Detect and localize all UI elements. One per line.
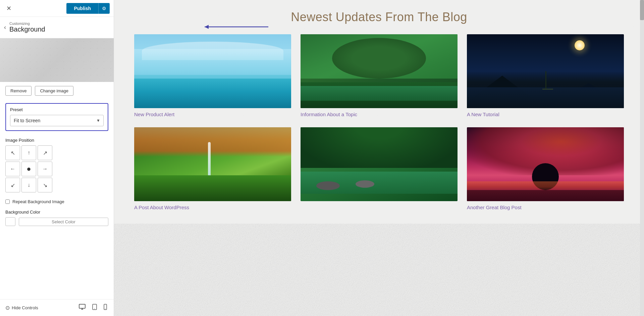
remove-button[interactable]: Remove [5,86,32,96]
card-image [134,127,291,201]
pos-bottom-center[interactable]: ↓ [21,178,36,192]
card-image [301,34,458,108]
card-image [134,34,291,108]
svg-point-6 [105,309,106,309]
preset-select-wrap: Fit to Screen Fill Screen Custom ▼ [10,115,104,126]
tablet-icon [92,304,97,310]
pos-middle-left[interactable]: ← [5,162,20,176]
scroll-thumb[interactable] [640,0,644,20]
customizing-header: ‹ Customizing Background [0,17,114,38]
back-button[interactable]: ‹ [4,24,6,31]
pos-bottom-left[interactable]: ↙ [5,178,20,192]
customizing-label: Customizing [9,21,45,26]
card-link[interactable]: New Product Alert [134,111,291,117]
blog-card [301,127,458,210]
blog-section: Newest Updates From The Blog New Produ [114,0,644,224]
panel-scroll[interactable]: Remove Change image Preset Fit to Screen… [0,38,114,316]
mobile-device-button[interactable] [102,303,108,313]
publish-group: Publish ⚙ [66,3,110,14]
card-link[interactable]: Information About a Topic [301,111,458,117]
blog-card: Another Great Blog Post [467,127,624,210]
left-panel: ✕ Publish ⚙ ‹ Customizing Background Rem… [0,0,114,316]
preset-label: Preset [10,107,104,112]
background-title: Background [9,26,45,33]
card-image [467,127,624,201]
blog-card: A New Tutorial [467,34,624,117]
device-buttons [77,303,108,313]
color-row: Select Color [5,217,108,226]
image-action-buttons: Remove Change image [0,82,114,100]
preset-box: Preset Fit to Screen Fill Screen Custom … [5,103,108,131]
customizing-info: Customizing Background [9,21,45,33]
card-image [467,34,624,108]
pos-middle-right[interactable]: → [38,162,52,176]
publish-button[interactable]: Publish [66,3,98,14]
blog-card: A Post About WordPress [134,127,291,210]
blog-title: Newest Updates From The Blog [291,10,467,24]
card-link[interactable]: Another Great Blog Post [467,205,624,210]
card-link[interactable]: A New Tutorial [467,111,624,117]
preset-select[interactable]: Fit to Screen Fill Screen Custom [10,115,104,126]
bottom-bar: ⊙ Hide Controls [0,299,114,316]
preset-section: Preset Fit to Screen Fill Screen Custom … [0,100,114,134]
blog-card: Information About a Topic [301,34,458,117]
repeat-row: Repeat Background Image [0,196,114,208]
preview-bg-image [0,38,114,82]
scroll-track[interactable] [640,0,644,316]
blog-title-row: Newest Updates From The Blog [134,10,624,24]
svg-point-4 [94,309,95,309]
top-bar: ✕ Publish ⚙ [0,0,114,17]
tablet-device-button[interactable] [91,303,98,313]
change-image-button[interactable]: Change image [35,86,73,96]
hide-controls-label: Hide Controls [12,305,38,310]
image-position-label: Image Position [5,138,108,143]
background-preview [0,38,114,82]
mobile-icon [104,304,107,310]
repeat-checkbox[interactable] [5,199,10,204]
repeat-label[interactable]: Repeat Background Image [12,199,64,204]
pos-top-left[interactable]: ↖ [5,145,20,160]
image-position-section: Image Position ↖ ↑ ↗ ← ● → ↙ ↓ ↘ [0,134,114,196]
preview-pane: Newest Updates From The Blog New Produ [114,0,644,316]
close-button[interactable]: ✕ [4,4,13,13]
select-color-button[interactable]: Select Color [19,218,108,226]
card-link[interactable]: A Post About WordPress [134,205,291,210]
color-swatch[interactable] [5,217,15,226]
pos-top-center[interactable]: ↑ [21,145,36,160]
bg-color-section: Background Color Select Color [0,208,114,228]
blog-card: New Product Alert [134,34,291,117]
pos-center[interactable]: ● [21,162,36,176]
pos-top-right[interactable]: ↗ [38,145,52,160]
hide-controls-icon: ⊙ [5,305,10,311]
position-grid: ↖ ↑ ↗ ← ● → ↙ ↓ ↘ [5,145,108,192]
desktop-icon [79,304,86,310]
svg-rect-0 [79,304,85,308]
svg-marker-8 [205,25,209,29]
card-image [301,127,458,201]
bg-color-label: Background Color [5,210,108,215]
card-grid: New Product Alert Information About a To… [134,34,624,210]
hide-controls-button[interactable]: ⊙ Hide Controls [5,305,38,311]
desktop-device-button[interactable] [77,303,87,313]
pos-bottom-right[interactable]: ↘ [38,178,52,192]
settings-button[interactable]: ⚙ [98,3,110,14]
